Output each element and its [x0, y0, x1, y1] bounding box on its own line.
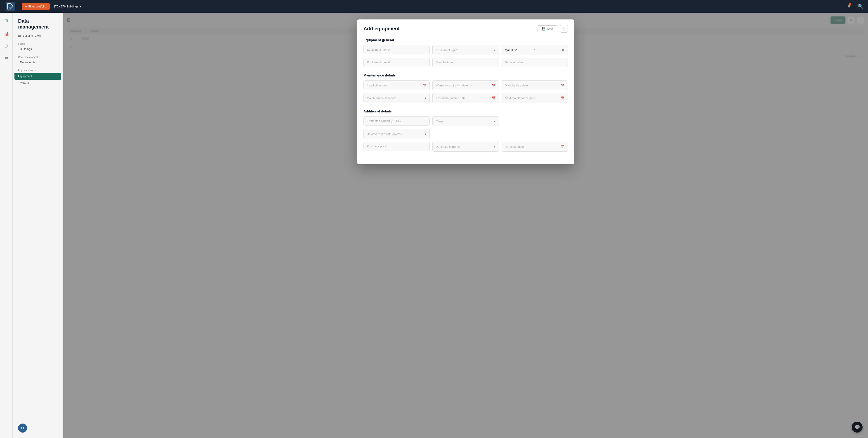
additional-row-1: Owner ▾: [364, 116, 568, 126]
real-estate-label: Real estate objects: [13, 52, 63, 59]
manufacture-date-picker[interactable]: Manufacture date 📅: [502, 80, 568, 90]
purchase-date-picker[interactable]: Purchase date 📅: [502, 142, 568, 152]
sidebar-item-equipment[interactable]: Equipment: [14, 72, 61, 80]
sidebar-item-meters[interactable]: Meters: [13, 80, 63, 86]
additional-details-section: Additional details Owner ▾: [364, 109, 568, 152]
close-button[interactable]: ×: [560, 25, 568, 33]
maintenance-schedule-dropdown[interactable]: Maintenance schedule ▾: [364, 93, 430, 103]
chevron-down-icon: ▾: [80, 5, 81, 8]
notification-badge: [848, 3, 851, 6]
equipment-name-field: [364, 45, 430, 55]
manufacture-date-field: Manufacture date 📅: [502, 80, 568, 90]
modal-title: Add equipment: [364, 26, 400, 32]
save-icon: 💾: [542, 27, 546, 31]
last-maintenance-picker[interactable]: Last maintenance date 📅: [432, 93, 499, 103]
purchase-currency-dropdown[interactable]: Purchase currency ▾: [432, 142, 499, 152]
filter-portfolio-button[interactable]: ≡ Filter portfolio: [22, 3, 50, 10]
sidebar-building: ▦ Building (276): [13, 33, 63, 39]
sidebar-bottom: AA: [13, 424, 63, 433]
purchase-price-field: [364, 142, 430, 152]
equipment-model-input[interactable]: [364, 58, 430, 67]
serial-number-input[interactable]: [502, 58, 568, 67]
quantity-field: Quantity* 1 ✕: [502, 45, 568, 55]
equipment-model-field: [364, 58, 430, 67]
equipment-row-1: Equipment type* ▾ Quantity* 1 ✕: [364, 45, 568, 55]
additional-row-2: Related real estate objects ▾: [364, 129, 568, 139]
modal-header-actions: 💾 Save ×: [537, 25, 568, 33]
quantity-display: Quantity* 1 ✕: [502, 45, 568, 55]
sidebar-item-rental-units[interactable]: Rental units: [13, 59, 63, 65]
chevron-down-icon: ▾: [494, 120, 495, 123]
topbar: ≡ Filter portfolio 276 / 276 Buildings ▾…: [0, 0, 868, 13]
modal-body: Equipment general Equipment type* ▾: [357, 36, 574, 164]
owner-dropdown[interactable]: Owner ▾: [432, 116, 499, 126]
map-icon[interactable]: ⬡: [2, 41, 11, 51]
purchase-currency-field: Purchase currency ▾: [432, 142, 499, 152]
equipment-name-input[interactable]: [364, 45, 430, 54]
divider: [854, 4, 854, 9]
calendar-icon: 📅: [492, 96, 495, 100]
purchase-date-field: Purchase date 📅: [502, 142, 568, 152]
quantity-label: Quantity*: [505, 49, 532, 52]
add-equipment-modal: Add equipment 💾 Save × Equipment general: [357, 20, 574, 164]
equipment-type-dropdown[interactable]: Equipment type* ▾: [432, 45, 499, 55]
calendar-icon: 📅: [492, 84, 495, 87]
quantity-clear-button[interactable]: ✕: [562, 48, 564, 52]
installation-date-picker[interactable]: Installation date 📅: [364, 80, 430, 90]
manufacturer-field: [432, 58, 499, 67]
additional-row-3: Purchase currency ▾ Purchase date 📅: [364, 142, 568, 152]
equipment-general-section: Equipment general Equipment type* ▾: [364, 38, 568, 67]
modal-overlay: Add equipment 💾 Save × Equipment general: [63, 13, 868, 438]
filter-icon: ≡: [25, 5, 27, 8]
calendar-icon: 📅: [561, 84, 564, 87]
chevron-down-icon: ▾: [425, 96, 426, 100]
equipment-row-2: [364, 58, 568, 67]
chevron-down-icon: ▾: [494, 145, 495, 148]
equipment-type-field: Equipment type* ▾: [432, 45, 499, 55]
embodied-carbon-field: [364, 116, 430, 126]
warranty-expiration-field: Warranty expiration date 📅: [432, 80, 499, 90]
app-logo: [4, 0, 16, 12]
dashboard-icon[interactable]: ⊞: [2, 16, 11, 25]
purchase-price-input[interactable]: [364, 142, 430, 151]
avatar[interactable]: AA: [18, 424, 27, 433]
additional-details-title: Additional details: [364, 109, 568, 113]
equipment-general-title: Equipment general: [364, 38, 568, 42]
maintenance-row-2: Maintenance schedule ▾ Last maintenance …: [364, 93, 568, 103]
topbar-right: ≡ 🔍: [848, 4, 864, 9]
sidebar: Data management ▦ Building (276) Focus B…: [13, 13, 63, 438]
sidebar-item-buildings[interactable]: Buildings: [13, 46, 63, 52]
main-content: E + Add ⚙ ↓ Warranty Purche o 700 El o 3…: [63, 13, 868, 438]
building-icon: ▦: [18, 34, 21, 37]
svg-rect-0: [6, 2, 15, 11]
maintenance-row-1: Installation date 📅 Warranty expiration …: [364, 80, 568, 90]
serial-number-field: [502, 58, 568, 67]
calendar-icon: 📅: [561, 96, 564, 100]
last-maintenance-field: Last maintenance date 📅: [432, 93, 499, 103]
list-icon[interactable]: ☰: [2, 54, 11, 63]
chevron-down-icon: ▾: [494, 49, 495, 52]
owner-field: Owner ▾: [432, 116, 499, 126]
maintenance-details-title: Maintenance details: [364, 73, 568, 77]
calendar-icon: 📅: [423, 84, 426, 87]
warranty-expiration-picker[interactable]: Warranty expiration date 📅: [432, 80, 499, 90]
maintenance-details-section: Maintenance details Installation date 📅 …: [364, 73, 568, 103]
calendar-icon: 📅: [561, 145, 564, 148]
related-real-estate-field: Related real estate objects ▾: [364, 129, 430, 139]
modal-header: Add equipment 💾 Save ×: [357, 20, 574, 36]
related-real-estate-dropdown[interactable]: Related real estate objects ▾: [364, 129, 430, 139]
quantity-value: 1: [534, 49, 562, 52]
physical-objects-label: Physical objects: [13, 65, 63, 72]
building-selector[interactable]: 276 / 276 Buildings ▾: [53, 5, 81, 8]
maintenance-schedule-field: Maintenance schedule ▾: [364, 93, 430, 103]
save-button[interactable]: 💾 Save: [537, 25, 558, 32]
sidebar-title: Data management: [13, 18, 63, 33]
sidebar-nav-icons: ⊞ 📊 ⬡ ☰: [0, 13, 13, 438]
next-maintenance-field: Next maintenance date 📅: [502, 93, 568, 103]
next-maintenance-picker[interactable]: Next maintenance date 📅: [502, 93, 568, 103]
analytics-icon[interactable]: 📊: [2, 29, 11, 38]
embodied-carbon-input[interactable]: [364, 116, 430, 125]
manufacturer-input[interactable]: [432, 58, 499, 67]
notifications-icon[interactable]: ≡: [848, 4, 850, 9]
search-icon[interactable]: 🔍: [858, 4, 864, 9]
